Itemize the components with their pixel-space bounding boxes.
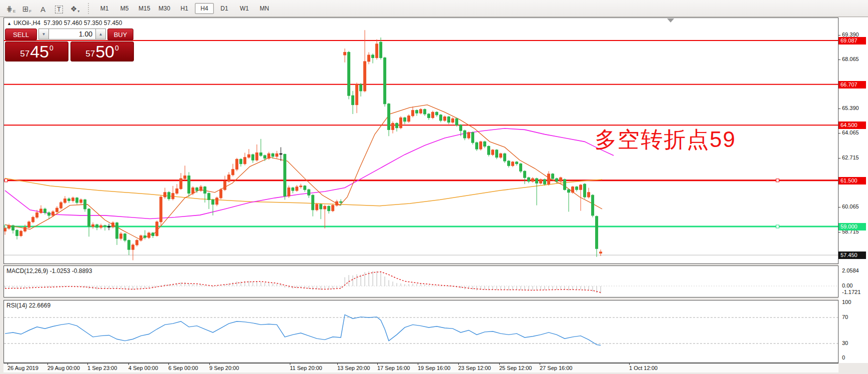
- axis-tick-mark: [540, 363, 540, 365]
- axis-date-label: 1 Sep 23:00: [87, 365, 117, 371]
- equidistant-channel-tool-icon[interactable]: ⋕E: [4, 2, 17, 14]
- axis-tick-mark: [337, 363, 338, 365]
- axis-tick-mark: [209, 363, 210, 365]
- axis-price-label: 30: [842, 340, 848, 346]
- sell-price-display[interactable]: 57 45 0: [5, 42, 68, 62]
- chart-shift-marker-icon[interactable]: [667, 18, 674, 22]
- tf-button-m1[interactable]: M1: [95, 3, 114, 14]
- axis-date-label: 13 Sep 20:00: [337, 365, 370, 371]
- arrow-objects-tool-icon[interactable]: ❖▾: [68, 2, 81, 14]
- axis-tick-mark: [839, 35, 841, 36]
- price-badge: 57.450: [839, 252, 866, 259]
- sell-button[interactable]: SELL: [5, 28, 37, 40]
- axis-tick-mark: [7, 363, 8, 365]
- rsi-chart: [4, 300, 838, 362]
- axis-date-label: 9 Sep 20:00: [209, 365, 239, 371]
- tf-button-m30[interactable]: M30: [155, 3, 174, 14]
- axis-tick-mark: [168, 363, 169, 365]
- axis-date-label: 6 Sep 00:00: [168, 365, 198, 371]
- buy-price-display[interactable]: 57 50 0: [70, 42, 134, 62]
- axis-date-label: 29 Aug 00:00: [47, 365, 80, 371]
- text-box-tool-icon[interactable]: T: [52, 2, 65, 14]
- axis-date-label: 11 Sep 20:00: [290, 365, 322, 371]
- toolbar-separator: [88, 3, 91, 14]
- line-handle[interactable]: [776, 179, 779, 182]
- line-handle[interactable]: [776, 225, 779, 228]
- timeframe-buttons-group: M1M5M15M30H1H4D1W1MN: [94, 3, 274, 14]
- axis-tick-mark: [377, 363, 378, 365]
- chinese-annotation-text: 多空转折点59: [595, 125, 736, 154]
- price-axis[interactable]: 69.39068.06565.39064.06562.71560.06558.7…: [839, 18, 868, 363]
- axis-tick-mark: [418, 363, 418, 365]
- ma-slow-line: [5, 178, 602, 206]
- axis-tick-mark: [290, 363, 290, 365]
- volume-increase-button[interactable]: ▲: [95, 28, 106, 40]
- price-badge: 66.707: [839, 81, 866, 88]
- tf-button-w1[interactable]: W1: [235, 3, 254, 14]
- rsi-indicator-pane[interactable]: RSI(14) 22.6669: [3, 300, 839, 363]
- axis-date-label: 19 Sep 16:00: [418, 365, 450, 371]
- symbol-period-label: UKOil-,H4: [13, 20, 40, 26]
- tf-button-m5[interactable]: M5: [115, 3, 134, 14]
- buy-button[interactable]: BUY: [107, 28, 133, 40]
- fibonacci-tool-icon[interactable]: ⊞F: [20, 2, 33, 14]
- axis-tick-mark: [839, 207, 841, 208]
- axis-price-label: 0: [842, 354, 845, 360]
- tf-button-m15[interactable]: M15: [135, 3, 154, 14]
- axis-tick-mark: [839, 108, 841, 109]
- axis-date-label: 23 Sep 12:00: [458, 365, 491, 371]
- one-click-trading-panel: SELL ▼ ▲ BUY 57 45 0 57 50 0: [5, 28, 134, 62]
- chart-header: ▲UKOil-,H4 57.390 57.460 57.350 57.450: [7, 20, 122, 26]
- macd-signal-line: [5, 272, 601, 292]
- tf-button-mn[interactable]: MN: [255, 3, 274, 14]
- axis-date-label: 1 Oct 12:00: [629, 365, 658, 371]
- macd-label: MACD(12,26,9) -1.0253 -0.8893: [6, 268, 92, 274]
- axis-date-label: 4 Sep 00:00: [128, 365, 158, 371]
- axis-date-label: 17 Sep 16:00: [377, 365, 410, 371]
- axis-price-label: 70: [842, 314, 848, 320]
- axis-date-label: 27 Sep 16:00: [540, 365, 572, 371]
- buy-price-pip: 0: [115, 44, 119, 52]
- top-toolbar: ⋕E⊞FAT❖▾ M1M5M15M30H1H4D1W1MN: [0, 0, 868, 17]
- rsi-label: RSI(14) 22.6669: [6, 302, 50, 309]
- rsi-line: [5, 314, 601, 345]
- price-badge: 64.500: [839, 122, 866, 129]
- axis-price-label: 62.715: [842, 154, 859, 160]
- price-badge: 69.087: [839, 37, 866, 44]
- axis-tick-mark: [629, 363, 630, 365]
- tf-button-h4[interactable]: H4: [195, 3, 214, 14]
- object-tools-group: ⋕E⊞FAT❖▾: [3, 2, 83, 14]
- axis-price-label: 65.390: [842, 105, 859, 111]
- axis-tick-mark: [499, 363, 500, 365]
- axis-price-label: 100: [842, 299, 851, 305]
- line-handle[interactable]: [4, 179, 7, 182]
- ma-mid-line: [5, 128, 614, 219]
- time-axis[interactable]: 26 Aug 201929 Aug 00:001 Sep 23:004 Sep …: [3, 363, 839, 372]
- axis-price-label: -1.1721: [842, 289, 861, 295]
- sell-price-big-digits: 45: [30, 42, 49, 62]
- axis-tick-mark: [839, 158, 841, 158]
- collapse-arrow-icon[interactable]: ▲: [7, 21, 11, 26]
- volume-decrease-button[interactable]: ▼: [38, 28, 49, 40]
- tf-button-d1[interactable]: D1: [215, 3, 234, 14]
- axis-tick-mark: [839, 60, 841, 60]
- axis-tick-mark: [839, 133, 841, 134]
- price-badge: 59.000: [839, 223, 866, 230]
- axis-price-label: 2.0584: [842, 268, 859, 274]
- price-badge: 61.500: [839, 177, 866, 184]
- volume-input[interactable]: [49, 28, 95, 40]
- axis-tick-mark: [458, 363, 459, 365]
- axis-tick-mark: [839, 232, 841, 232]
- axis-price-label: 68.065: [842, 56, 859, 62]
- axis-date-label: 26 Aug 2019: [7, 365, 38, 371]
- tf-button-h1[interactable]: H1: [175, 3, 194, 14]
- sell-price-pip: 0: [49, 44, 53, 52]
- macd-indicator-pane[interactable]: MACD(12,26,9) -1.0253 -0.8893: [3, 266, 839, 298]
- axis-date-label: 25 Sep 12:00: [499, 365, 532, 371]
- axis-price-label: 0.00: [842, 282, 853, 288]
- axis-price-label: 60.065: [842, 204, 859, 210]
- buy-price-major: 57: [85, 49, 95, 59]
- text-label-tool-icon[interactable]: A: [36, 2, 49, 14]
- axis-tick-mark: [47, 363, 48, 365]
- buy-price-big-digits: 50: [95, 42, 114, 62]
